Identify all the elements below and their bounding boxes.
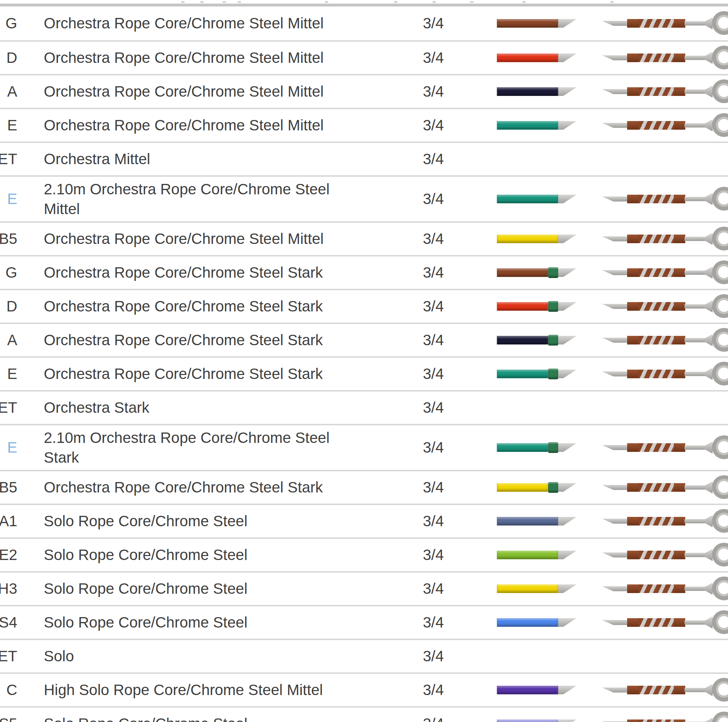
product-code[interactable]: E	[7, 190, 19, 208]
loop-flare	[705, 549, 713, 561]
product-code: D	[6, 298, 19, 315]
table-row[interactable]: B5 Orchestra Rope Core/Chrome Steel Star…	[0, 470, 728, 504]
stark-end-cap	[548, 369, 558, 379]
product-code: SET	[0, 399, 19, 416]
winding-block	[674, 195, 685, 203]
product-code: G	[5, 264, 19, 281]
table-row[interactable]: SET Solo 3/4	[0, 639, 728, 673]
product-description: Orchestra Rope Core/Chrome Steel Mittel	[44, 229, 324, 248]
size-value: 3/4	[423, 49, 444, 66]
stark-end-cap	[548, 267, 558, 278]
product-description: 2.10m Orchestra Rope Core/Chrome Steel S…	[44, 428, 360, 468]
table-row[interactable]: D Orchestra Rope Core/Chrome Steel Mitte…	[0, 40, 728, 74]
icon-cell	[602, 109, 728, 141]
table-row[interactable]: C High Solo Rope Core/Chrome Steel Mitte…	[0, 673, 728, 706]
icon-cell	[602, 640, 728, 673]
code-cell: SET	[0, 640, 19, 673]
size-value: 3/4	[423, 614, 444, 631]
silk-winding	[627, 302, 685, 311]
table-row[interactable]: E Orchestra Rope Core/Chrome Steel Mitte…	[0, 108, 728, 141]
table-row[interactable]: FIS4 Solo Rope Core/Chrome Steel 3/4	[0, 605, 728, 639]
loop-flare	[705, 368, 713, 380]
string-shaft	[685, 304, 705, 308]
product-description: Orchestra Rope Core/Chrome Steel Mittel	[44, 81, 324, 101]
chip-cell	[497, 583, 602, 594]
product-description: Orchestra Stark	[44, 398, 149, 417]
winding-stripes	[639, 618, 674, 627]
table-row[interactable]: E 2.10m Orchestra Rope Core/Chrome Steel…	[0, 175, 728, 221]
string-tip	[602, 371, 628, 376]
code-cell: D	[0, 290, 19, 323]
winding-block	[674, 19, 685, 28]
product-code: B5	[0, 479, 19, 496]
string-ball-end-icon	[602, 186, 728, 212]
string-ball-end-icon	[602, 576, 728, 601]
ball-end-ring	[712, 46, 728, 70]
table-row[interactable]: A1 Solo Rope Core/Chrome Steel 3/4	[0, 504, 728, 537]
winding-block	[627, 268, 639, 277]
chip-cell	[497, 617, 602, 628]
chip-cell	[497, 718, 602, 722]
winding-block	[627, 19, 639, 28]
table-row[interactable]: E Orchestra Rope Core/Chrome Steel Stark…	[0, 356, 728, 390]
string-ball-end-icon	[602, 711, 728, 722]
table-row[interactable]: SET Orchestra Mittel 3/4	[0, 141, 728, 175]
size-cell: 3/4	[423, 614, 497, 631]
product-code: G	[5, 15, 19, 32]
size-cell: 3/4	[423, 648, 497, 665]
clipped-text-fragment	[394, 1, 398, 3]
table-row[interactable]: E2 Solo Rope Core/Chrome Steel 3/4	[0, 537, 728, 571]
winding-block	[627, 54, 639, 62]
table-row[interactable]: CIS5 Solo Rope Core/Chrome Steel 3/4	[0, 706, 728, 722]
size-cell: 3/4	[423, 150, 497, 168]
string-ball-end-icon	[602, 113, 728, 138]
winding-block	[627, 686, 639, 694]
size-cell: 3/4	[423, 546, 497, 564]
product-description: Orchestra Rope Core/Chrome Steel Stark	[44, 364, 323, 384]
table-row[interactable]: H3 Solo Rope Core/Chrome Steel 3/4	[0, 571, 728, 605]
string-ball-end-icon	[602, 45, 728, 71]
chip-color-bar	[497, 551, 558, 559]
code-cell: SET	[0, 391, 19, 424]
table-row[interactable]: SET Orchestra Stark 3/4	[0, 390, 728, 424]
table-row[interactable]: D Orchestra Rope Core/Chrome Steel Stark…	[0, 289, 728, 323]
winding-block	[627, 551, 639, 559]
table-row[interactable]: A Orchestra Rope Core/Chrome Steel Mitte…	[0, 74, 728, 108]
description-cell: Orchestra Rope Core/Chrome Steel Stark	[19, 262, 423, 282]
product-description: Orchestra Rope Core/Chrome Steel Stark	[44, 296, 323, 316]
icon-cell	[602, 143, 728, 175]
chip-color-bar	[497, 584, 558, 593]
loop-flare	[705, 334, 713, 346]
table-row[interactable]: E 2.10m Orchestra Rope Core/Chrome Steel…	[0, 424, 728, 470]
table-row[interactable]: A Orchestra Rope Core/Chrome Steel Stark…	[0, 323, 728, 356]
chip-gray-tip	[558, 686, 577, 694]
description-cell: Solo Rope Core/Chrome Steel	[19, 714, 423, 722]
product-code: E	[7, 365, 19, 383]
chip-gray-tip	[558, 54, 577, 62]
size-cell: 3/4	[423, 298, 497, 315]
product-code: E	[7, 117, 19, 134]
chip-gray-tip	[558, 443, 577, 452]
ball-end-ring	[712, 294, 728, 319]
table-row[interactable]: B5 Orchestra Rope Core/Chrome Steel Mitt…	[0, 221, 728, 255]
chip-gray-tip	[558, 268, 577, 277]
size-value: 3/4	[423, 546, 444, 563]
chip-color-bar	[497, 19, 558, 28]
chip-color-bar	[497, 369, 548, 378]
table-row[interactable]: G Orchestra Rope Core/Chrome Steel Stark…	[0, 255, 728, 289]
loop-flare	[705, 718, 713, 722]
size-cell: 3/4	[423, 439, 497, 456]
string-ball-end-icon	[602, 475, 728, 500]
description-cell: Solo Rope Core/Chrome Steel	[19, 612, 423, 632]
string-color-chip	[497, 301, 577, 312]
size-cell: 3/4	[423, 190, 497, 208]
winding-block	[627, 302, 639, 311]
string-color-chip	[497, 233, 577, 244]
string-ball-end-icon	[602, 509, 728, 534]
description-cell: Orchestra Rope Core/Chrome Steel Stark	[19, 364, 423, 384]
table-row[interactable]: G Orchestra Rope Core/Chrome Steel Mitte…	[0, 6, 728, 40]
winding-stripes	[639, 584, 674, 593]
product-code[interactable]: E	[7, 439, 19, 456]
chip-cell	[497, 18, 602, 29]
stark-end-cap	[548, 482, 558, 493]
